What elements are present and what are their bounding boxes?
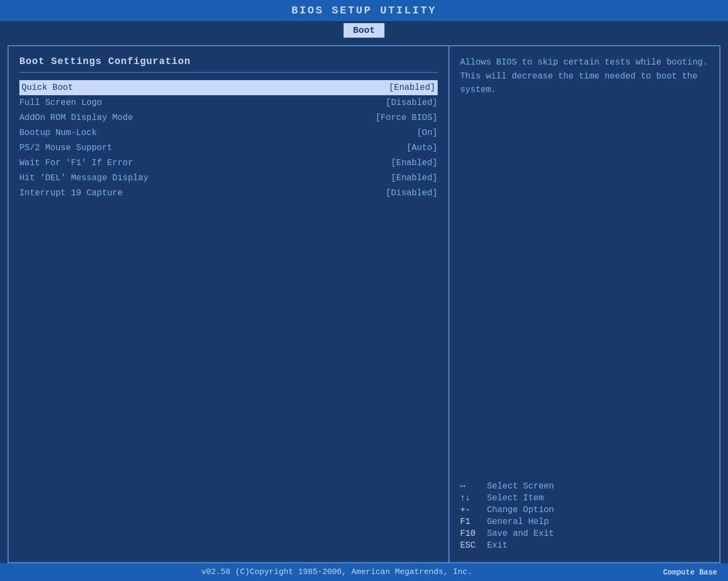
key-desc-general-help: General Help <box>487 517 549 527</box>
key-symbol-save-exit: F10 <box>460 529 487 539</box>
menu-item-addon-rom[interactable]: AddOn ROM Display Mode [Force BIOS] <box>19 110 438 125</box>
left-panel: Boot Settings Configuration Quick Boot [… <box>9 46 449 562</box>
menu-item-wait-f1[interactable]: Wait For 'F1' If Error [Enabled] <box>19 155 438 171</box>
title-text: BIOS SETUP UTILITY <box>291 4 437 17</box>
key-symbol-esc: ESC <box>460 541 487 550</box>
key-desc-select-item: Select Item <box>487 493 544 503</box>
tab-bar: Boot <box>0 21 728 38</box>
key-symbol-general-help: F1 <box>460 517 487 527</box>
key-desc-save-exit: Save and Exit <box>487 529 554 539</box>
key-desc-esc: Exit <box>487 541 508 550</box>
key-desc-change-option: Change Option <box>487 505 554 515</box>
key-symbol-change-option: +- <box>460 505 487 515</box>
key-row-general-help: F1 General Help <box>460 517 709 527</box>
menu-value-quick-boot: [Enabled] <box>389 83 435 93</box>
menu-item-bootup-numlock[interactable]: Bootup Num-Lock [On] <box>19 125 438 140</box>
key-row-esc: ESC Exit <box>460 541 709 550</box>
right-panel: Allows BIOS to skip certain tests while … <box>449 46 719 562</box>
menu-value-full-screen-logo: [Disabled] <box>386 98 438 108</box>
menu-label-interrupt-19: Interrupt 19 Capture <box>19 188 123 198</box>
menu-label-quick-boot: Quick Boot <box>22 83 73 93</box>
key-desc-select-screen: Select Screen <box>487 481 554 491</box>
menu-item-hit-del[interactable]: Hit 'DEL' Message Display [Enabled] <box>19 171 438 186</box>
section-title: Boot Settings Configuration <box>19 56 438 67</box>
tab-boot[interactable]: Boot <box>344 23 385 38</box>
footer-brand: Compute Base <box>663 568 717 577</box>
key-row-select-item: ↑↓ Select Item <box>460 493 709 503</box>
menu-label-hit-del: Hit 'DEL' Message Display <box>19 173 148 183</box>
divider <box>19 72 438 73</box>
menu-value-addon-rom: [Force BIOS] <box>375 113 437 123</box>
menu-value-hit-del: [Enabled] <box>391 173 437 183</box>
key-symbol-select-screen: ↔ <box>460 481 487 491</box>
key-row-change-option: +- Change Option <box>460 505 709 515</box>
menu-label-addon-rom: AddOn ROM Display Mode <box>19 113 133 123</box>
footer: v02.58 (C)Copyright 1985-2006, American … <box>0 563 728 581</box>
key-row-save-exit: F10 Save and Exit <box>460 529 709 539</box>
help-text: Allows BIOS to skip certain tests while … <box>460 56 709 97</box>
key-row-select-screen: ↔ Select Screen <box>460 481 709 491</box>
main-content: Boot Settings Configuration Quick Boot [… <box>8 45 720 563</box>
menu-label-full-screen-logo: Full Screen Logo <box>19 98 102 108</box>
key-symbol-select-item: ↑↓ <box>460 493 487 503</box>
menu-label-ps2-mouse: PS/2 Mouse Support <box>19 143 112 153</box>
menu-item-ps2-mouse[interactable]: PS/2 Mouse Support [Auto] <box>19 140 438 155</box>
menu-value-interrupt-19: [Disabled] <box>386 188 438 198</box>
menu-item-full-screen-logo[interactable]: Full Screen Logo [Disabled] <box>19 95 438 110</box>
title-bar: BIOS SETUP UTILITY <box>0 0 728 21</box>
key-help: ↔ Select Screen ↑↓ Select Item +- Change… <box>460 481 709 552</box>
footer-copyright: v02.58 (C)Copyright 1985-2006, American … <box>11 568 663 577</box>
menu-label-wait-f1: Wait For 'F1' If Error <box>19 158 133 168</box>
menu-value-bootup-numlock: [On] <box>417 128 437 138</box>
menu-item-quick-boot[interactable]: Quick Boot [Enabled] <box>19 80 438 95</box>
menu-item-interrupt-19[interactable]: Interrupt 19 Capture [Disabled] <box>19 186 438 201</box>
menu-label-bootup-numlock: Bootup Num-Lock <box>19 128 97 138</box>
menu-value-wait-f1: [Enabled] <box>391 158 437 168</box>
menu-value-ps2-mouse: [Auto] <box>406 143 438 153</box>
